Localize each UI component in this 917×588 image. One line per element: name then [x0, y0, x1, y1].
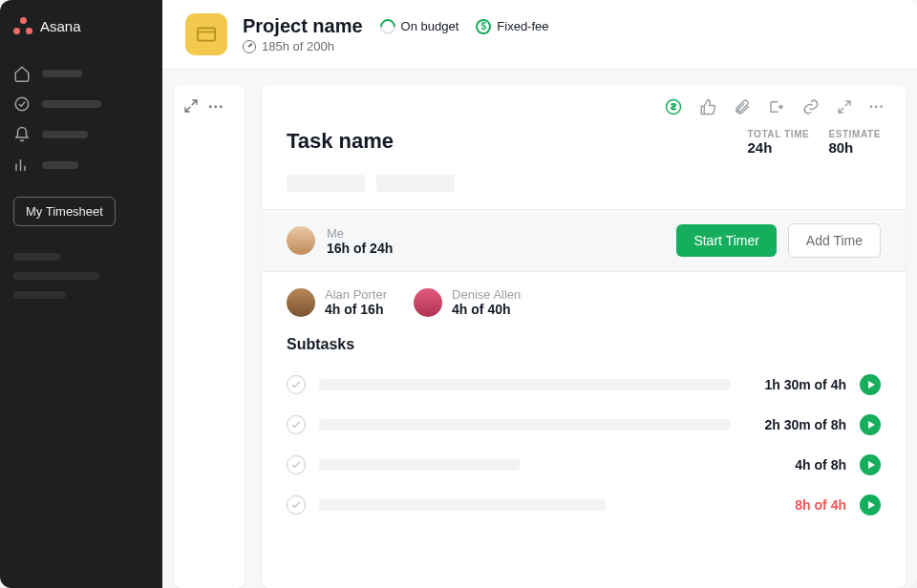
- subtask-title-placeholder: [319, 499, 606, 511]
- stat-estimate-value: 80h: [828, 139, 881, 156]
- complete-toggle[interactable]: [287, 375, 306, 394]
- me-time: 16h of 24h: [327, 241, 393, 256]
- budget-status-chip[interactable]: On budget: [380, 19, 459, 34]
- add-time-button[interactable]: Add Time: [788, 223, 881, 258]
- nav-list: [13, 65, 149, 174]
- expand-icon[interactable]: [183, 98, 199, 117]
- sidebar-secondary-list: [13, 253, 149, 299]
- task-title[interactable]: Task name: [287, 129, 728, 154]
- nav-item-reports[interactable]: [13, 157, 149, 174]
- task-head: Task name TOTAL TIME 24h ESTIMATE 80h: [262, 129, 906, 175]
- dollar-circle-icon: $: [476, 19, 491, 34]
- assignee-name: Alan Porter: [325, 287, 387, 302]
- subtask-title-placeholder: [319, 379, 730, 390]
- subtask-row[interactable]: 1h 30m of 4h: [262, 365, 906, 405]
- check-circle-icon: [13, 95, 31, 113]
- budget-status-label: On budget: [401, 19, 459, 33]
- more-actions-icon[interactable]: ···: [869, 98, 885, 116]
- play-button[interactable]: [860, 374, 881, 395]
- content-area: ···: [162, 70, 917, 588]
- nav-label-placeholder: [42, 161, 78, 169]
- sidebar: Asana: [0, 0, 162, 588]
- nav-item-home[interactable]: [13, 65, 149, 82]
- task-toolbar: ···: [262, 85, 906, 129]
- progress-ring-icon: [376, 15, 398, 37]
- subtask-row[interactable]: 2h 30m of 8h: [262, 405, 906, 445]
- link-icon[interactable]: [802, 98, 820, 116]
- complete-toggle[interactable]: [287, 415, 306, 434]
- more-icon[interactable]: ···: [208, 98, 224, 116]
- brand-name: Asana: [40, 18, 81, 34]
- project-header: Project name On budget $ Fixed-fee 185h …: [162, 0, 917, 70]
- nav-label-placeholder: [42, 100, 101, 108]
- subtask-list: 1h 30m of 4h 2h 30m of 8h 4h of 8h: [262, 365, 906, 525]
- task-meta-placeholders: [262, 175, 906, 209]
- subtask-row[interactable]: 8h of 4h: [262, 485, 906, 525]
- meta-placeholder: [287, 175, 365, 192]
- brand[interactable]: Asana: [13, 17, 149, 34]
- left-mini-panel: ···: [174, 85, 245, 588]
- complete-toggle[interactable]: [287, 455, 306, 474]
- assignee-time: 4h of 40h: [452, 302, 521, 317]
- asana-logo-icon: [13, 17, 32, 34]
- main: Project name On budget $ Fixed-fee 185h …: [162, 0, 917, 588]
- avatar-me[interactable]: [287, 226, 315, 255]
- stat-estimate-label: ESTIMATE: [828, 129, 881, 139]
- assignee[interactable]: Denise Allen 4h of 40h: [414, 287, 521, 317]
- sidebar-placeholder: [13, 291, 66, 299]
- meta-placeholder: [376, 175, 455, 192]
- gauge-icon: [243, 40, 256, 53]
- subtask-time: 1h 30m of 4h: [764, 377, 846, 392]
- my-timesheet-button[interactable]: My Timesheet: [13, 197, 116, 226]
- fullscreen-icon[interactable]: [837, 98, 852, 116]
- stat-total-value: 24h: [747, 139, 809, 156]
- app-root: Asana: [0, 0, 917, 588]
- subtask-title-placeholder: [319, 419, 730, 430]
- nav-label-placeholder: [42, 70, 82, 77]
- home-icon: [13, 65, 31, 82]
- subtask-title-placeholder: [319, 459, 520, 471]
- stat-estimate: ESTIMATE 80h: [828, 129, 881, 156]
- fee-type-chip[interactable]: $ Fixed-fee: [476, 19, 548, 34]
- nav-item-notifications[interactable]: [13, 126, 149, 143]
- subtask-icon[interactable]: [768, 98, 785, 116]
- bar-chart-icon: [13, 157, 31, 174]
- stat-total-time: TOTAL TIME 24h: [747, 129, 809, 156]
- sidebar-placeholder: [13, 253, 61, 261]
- task-panel: ··· Task name TOTAL TIME 24h ESTIMATE 80…: [262, 85, 906, 588]
- subtask-row[interactable]: 4h of 8h: [262, 445, 906, 485]
- like-icon[interactable]: [699, 98, 716, 116]
- subtask-time: 2h 30m of 8h: [764, 417, 846, 432]
- project-name[interactable]: Project name: [243, 15, 363, 37]
- bell-icon: [13, 126, 31, 143]
- stat-total-label: TOTAL TIME: [747, 129, 809, 139]
- nav-label-placeholder: [42, 131, 88, 138]
- project-info: Project name On budget $ Fixed-fee 185h …: [243, 15, 549, 53]
- subtask-time: 4h of 8h: [795, 457, 846, 472]
- svg-rect-1: [198, 28, 215, 40]
- me-name: Me: [327, 226, 393, 241]
- start-timer-button[interactable]: Start Timer: [676, 224, 776, 257]
- attachment-icon[interactable]: [734, 98, 751, 116]
- me-info: Me 16h of 24h: [327, 226, 393, 256]
- avatar: [414, 288, 442, 317]
- assignee-name: Denise Allen: [452, 287, 521, 302]
- play-button[interactable]: [860, 494, 881, 515]
- complete-toggle[interactable]: [287, 495, 306, 514]
- play-button[interactable]: [860, 454, 881, 475]
- sidebar-placeholder: [13, 272, 99, 280]
- assignee-time: 4h of 16h: [325, 302, 387, 317]
- project-icon[interactable]: [185, 13, 227, 55]
- me-row: Me 16h of 24h Start Timer Add Time: [262, 209, 906, 272]
- play-button[interactable]: [860, 414, 881, 435]
- subtasks-header: Subtasks: [262, 336, 906, 365]
- nav-item-tasks[interactable]: [13, 95, 149, 113]
- svg-point-0: [15, 97, 29, 111]
- billing-icon[interactable]: [665, 98, 682, 116]
- project-hours: 185h of 200h: [262, 39, 334, 53]
- assignee[interactable]: Alan Porter 4h of 16h: [287, 287, 387, 317]
- fee-type-label: Fixed-fee: [497, 19, 548, 33]
- avatar: [287, 288, 315, 317]
- subtask-time: 8h of 4h: [795, 497, 846, 513]
- assignees-row: Alan Porter 4h of 16h Denise Allen 4h of…: [262, 272, 906, 336]
